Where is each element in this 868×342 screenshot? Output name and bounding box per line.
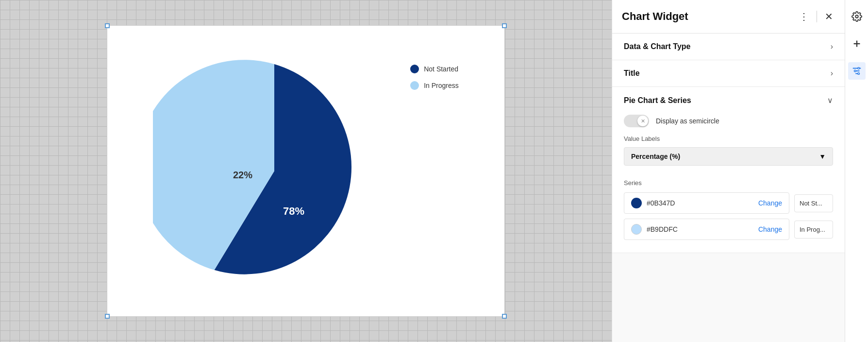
value-labels-dropdown[interactable]: Percentage (%) ▼ [624, 147, 833, 166]
legend-label-not-started: Not Started [424, 65, 458, 73]
value-labels-section: Value Labels Percentage (%) ▼ [612, 135, 845, 173]
header-actions: ⋮ ✕ [797, 9, 835, 24]
pie-chart-series-chevron: ∨ [827, 96, 833, 105]
right-panel: Chart Widget ⋮ ✕ Data & Chart Type › Tit… [612, 0, 845, 342]
series-color-row-0: #0B347D Change [624, 192, 789, 214]
title-chevron: › [831, 69, 833, 78]
svg-text:78%: 78% [283, 205, 304, 217]
dropdown-arrow-icon: ▼ [819, 153, 826, 160]
widget-container[interactable]: 78% 22% Not Started In Progress [107, 25, 505, 317]
series-change-btn-1[interactable]: Change [758, 225, 782, 233]
series-dot-0 [631, 198, 642, 208]
legend-item-not-started: Not Started [410, 65, 459, 73]
plus-sidebar-button[interactable] [848, 35, 866, 52]
series-name-0: Not St... [794, 194, 833, 212]
toggle-x-icon: ✕ [641, 118, 645, 124]
pie-chart-series-section: Pie Chart & Series ∨ ✕ Display as semici… [612, 87, 845, 253]
svg-text:22%: 22% [233, 170, 252, 180]
close-button[interactable]: ✕ [823, 9, 835, 24]
series-change-btn-0[interactable]: Change [758, 199, 782, 207]
series-title: Series [624, 179, 833, 187]
title-row[interactable]: Title › [612, 60, 845, 87]
series-section: Series #0B347D Change Not St... #B9DDFC [612, 173, 845, 253]
more-button[interactable]: ⋮ [797, 9, 811, 24]
svg-point-8 [857, 68, 859, 69]
pie-chart: 78% 22% [153, 50, 396, 292]
series-item-0: #0B347D Change Not St... [624, 192, 833, 214]
data-chart-type-row[interactable]: Data & Chart Type › [612, 34, 845, 60]
series-dot-1 [631, 224, 642, 235]
legend-label-in-progress: In Progress [424, 82, 459, 89]
panel-body: Data & Chart Type › Title › Pie Chart & … [612, 34, 845, 342]
header-divider [817, 11, 817, 22]
svg-point-10 [857, 73, 859, 75]
series-name-1: In Prog... [794, 221, 833, 239]
svg-point-2 [855, 15, 858, 18]
data-chart-type-chevron: › [831, 42, 833, 51]
value-labels-value: Percentage (%) [631, 153, 680, 160]
toggle-knob: ✕ [637, 116, 648, 126]
svg-point-9 [854, 70, 856, 72]
right-sidebar [845, 0, 868, 342]
semicircle-label: Display as semicircle [656, 117, 719, 125]
legend-dot-not-started [410, 65, 419, 73]
pie-chart-series-header[interactable]: Pie Chart & Series ∨ [612, 87, 845, 111]
data-chart-type-label: Data & Chart Type [624, 42, 691, 51]
series-item-1: #B9DDFC Change In Prog... [624, 219, 833, 240]
pie-chart-series-label: Pie Chart & Series [624, 96, 691, 105]
toggle-row: ✕ Display as semicircle [612, 111, 845, 135]
panel-title: Chart Widget [622, 10, 797, 23]
legend-dot-in-progress [410, 81, 419, 90]
canvas-area: 78% 22% Not Started In Progress [0, 0, 612, 342]
semicircle-toggle[interactable]: ✕ [624, 115, 649, 127]
title-label: Title [624, 69, 640, 78]
legend-item-in-progress: In Progress [410, 81, 459, 90]
chart-content: 78% 22% Not Started In Progress [107, 26, 504, 316]
value-labels-title: Value Labels [624, 135, 833, 142]
series-hex-0: #0B347D [647, 199, 753, 207]
filter-sidebar-button[interactable] [848, 62, 866, 80]
gear-sidebar-button[interactable] [848, 8, 866, 25]
legend-area: Not Started In Progress [410, 65, 459, 90]
panel-header: Chart Widget ⋮ ✕ [612, 0, 845, 34]
series-color-row-1: #B9DDFC Change [624, 219, 789, 240]
series-hex-1: #B9DDFC [647, 225, 753, 233]
